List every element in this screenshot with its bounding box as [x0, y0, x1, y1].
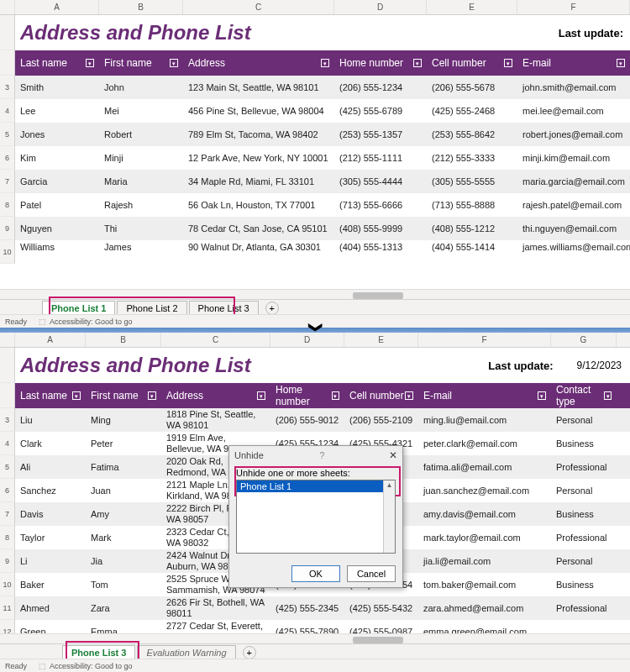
- col-B[interactable]: B: [86, 333, 161, 347]
- table-row[interactable]: JonesRobert789 Elm St, Tacoma, WA 98402(…: [15, 123, 630, 146]
- cell-ct: Professional: [551, 603, 617, 614]
- filter-dropdown-icon[interactable]: ▾: [504, 59, 512, 67]
- cell-home: (206) 555-9012: [270, 415, 344, 426]
- new-sheet-button[interactable]: +: [243, 646, 256, 659]
- table-row[interactable]: GarciaMaria34 Maple Rd, Miami, FL 33101(…: [15, 170, 630, 193]
- header-first-name[interactable]: First name▾: [99, 50, 183, 76]
- table-row[interactable]: LiuMing1818 Pine St, Seattle, WA 98101(2…: [15, 408, 630, 432]
- cell-fn: John: [99, 82, 183, 93]
- header-home-number[interactable]: Home number▾: [334, 50, 427, 76]
- cell-ct: Personal: [551, 415, 617, 426]
- header-contact-type[interactable]: Contact type▾: [551, 383, 617, 408]
- filter-dropdown-icon[interactable]: ▾: [538, 391, 546, 400]
- filter-dropdown-icon[interactable]: ▾: [86, 59, 94, 67]
- row-header[interactable]: 4: [0, 432, 15, 455]
- col-F[interactable]: F: [418, 333, 551, 347]
- row-header[interactable]: 5: [0, 455, 15, 479]
- col-E[interactable]: E: [344, 333, 418, 347]
- table-row[interactable]: PatelRajesh56 Oak Ln, Houston, TX 77001(…: [15, 193, 630, 217]
- col-E[interactable]: E: [427, 0, 517, 14]
- sheet-tab-evaluation-warning[interactable]: Evaluation Warning: [137, 645, 235, 660]
- header-e-mail[interactable]: E-mail▾: [517, 50, 630, 76]
- header-cell-number[interactable]: Cell number▾: [344, 383, 418, 408]
- cell-ln: Williams: [15, 242, 99, 253]
- col-C[interactable]: C: [183, 0, 334, 14]
- close-icon[interactable]: ✕: [389, 449, 397, 461]
- help-icon[interactable]: ?: [319, 450, 324, 460]
- ok-button[interactable]: OK: [291, 565, 340, 582]
- column-header-row: A B C D E F G: [0, 333, 630, 348]
- filter-dropdown-icon[interactable]: ▾: [170, 59, 178, 67]
- row-header[interactable]: 4: [0, 99, 15, 123]
- sheet-tab-phone-list-1[interactable]: Phone List 1: [42, 301, 115, 316]
- filter-dropdown-icon[interactable]: ▾: [332, 391, 339, 400]
- row-header[interactable]: 9: [0, 217, 15, 240]
- table-row[interactable]: KimMinji12 Park Ave, New York, NY 10001(…: [15, 146, 630, 170]
- table-row[interactable]: LeeMei456 Pine St, Bellevue, WA 98004(42…: [15, 99, 630, 123]
- filter-dropdown-icon[interactable]: ▾: [321, 59, 329, 67]
- header-address[interactable]: Address▾: [183, 50, 334, 76]
- cell-em: mei.lee@email.com: [517, 106, 630, 117]
- row-header[interactable]: 3: [0, 408, 15, 432]
- table-row[interactable]: AhmedZara2626 Fir St, Bothell, WA 98011(…: [15, 596, 630, 620]
- cell-cell: (425) 555-2468: [427, 106, 517, 117]
- row-header[interactable]: 11: [0, 596, 15, 620]
- row-header[interactable]: 10: [0, 573, 15, 596]
- unhide-list[interactable]: Phone List 1 ▲: [236, 480, 396, 554]
- header-e-mail[interactable]: E-mail▾: [418, 383, 551, 408]
- header-home-number[interactable]: Home number▾: [270, 383, 344, 408]
- table-row[interactable]: SmithJohn123 Main St, Seattle, WA 98101(…: [15, 76, 630, 99]
- row-header[interactable]: 6: [0, 146, 15, 170]
- unhide-list-item[interactable]: Phone List 1: [237, 480, 395, 492]
- sheet-tab-phone-list-2[interactable]: Phone List 2: [117, 301, 186, 316]
- header-cell-number[interactable]: Cell number▾: [427, 50, 517, 76]
- col-A[interactable]: A: [15, 0, 99, 14]
- cell-ct: Business: [551, 580, 617, 591]
- cell-em: minji.kim@email.com: [517, 153, 630, 164]
- cell-fn: Robert: [99, 129, 183, 140]
- new-sheet-button[interactable]: +: [265, 302, 279, 315]
- col-C[interactable]: C: [161, 333, 270, 347]
- table-header: Last name▾First name▾Address▾Home number…: [15, 50, 630, 76]
- filter-dropdown-icon[interactable]: ▾: [257, 391, 265, 400]
- filter-dropdown-icon[interactable]: ▾: [148, 391, 156, 400]
- header-last-name[interactable]: Last name▾: [15, 383, 86, 408]
- col-F[interactable]: F: [517, 0, 630, 14]
- filter-dropdown-icon[interactable]: ▾: [72, 391, 81, 400]
- table-row[interactable]: NguyenThi78 Cedar Ct, San Jose, CA 95101…: [15, 217, 630, 240]
- col-G[interactable]: G: [551, 333, 617, 347]
- filter-dropdown-icon[interactable]: ▾: [405, 391, 413, 400]
- title-row: Address and Phone List Last update: 9/12…: [15, 348, 630, 383]
- row-header[interactable]: 3: [0, 76, 15, 99]
- row-header[interactable]: 9: [0, 549, 15, 573]
- row-header[interactable]: 7: [0, 502, 15, 526]
- header-address[interactable]: Address▾: [161, 383, 270, 408]
- cell-fn: Ming: [86, 415, 161, 426]
- sheet-tab-phone-list-3[interactable]: Phone List 3: [62, 645, 135, 660]
- row-header[interactable]: 8: [0, 526, 15, 549]
- header-first-name[interactable]: First name▾: [86, 383, 161, 408]
- cell-em: zara.ahmed@email.com: [418, 603, 551, 614]
- last-update-value: 9/12/2023: [577, 360, 630, 371]
- row-header[interactable]: 10: [0, 240, 15, 264]
- table-row[interactable]: WilliamsJames90 Walnut Dr, Atlanta, GA 3…: [15, 240, 630, 254]
- col-B[interactable]: B: [99, 0, 183, 14]
- filter-dropdown-icon[interactable]: ▾: [617, 59, 625, 67]
- row-header[interactable]: 5: [0, 123, 15, 146]
- cell-ln: Taylor: [15, 533, 86, 543]
- cancel-button[interactable]: Cancel: [347, 565, 396, 582]
- col-D[interactable]: D: [270, 333, 344, 347]
- col-D[interactable]: D: [334, 0, 427, 14]
- row-header[interactable]: 8: [0, 193, 15, 217]
- list-scrollbar[interactable]: ▲: [383, 480, 395, 553]
- dialog-titlebar[interactable]: Unhide ? ✕: [229, 446, 402, 465]
- status-bar: Ready ⬚ Accessibility: Good to go: [0, 659, 630, 672]
- col-A[interactable]: A: [15, 333, 86, 347]
- row-header[interactable]: 6: [0, 479, 15, 502]
- header-last-name[interactable]: Last name▾: [15, 50, 99, 76]
- filter-dropdown-icon[interactable]: ▾: [413, 59, 422, 67]
- filter-dropdown-icon[interactable]: ▾: [604, 391, 612, 400]
- cell-em: john.smith@email.com: [517, 82, 630, 93]
- sheet-tab-phone-list-3[interactable]: Phone List 3: [189, 301, 259, 316]
- row-header[interactable]: 7: [0, 170, 15, 193]
